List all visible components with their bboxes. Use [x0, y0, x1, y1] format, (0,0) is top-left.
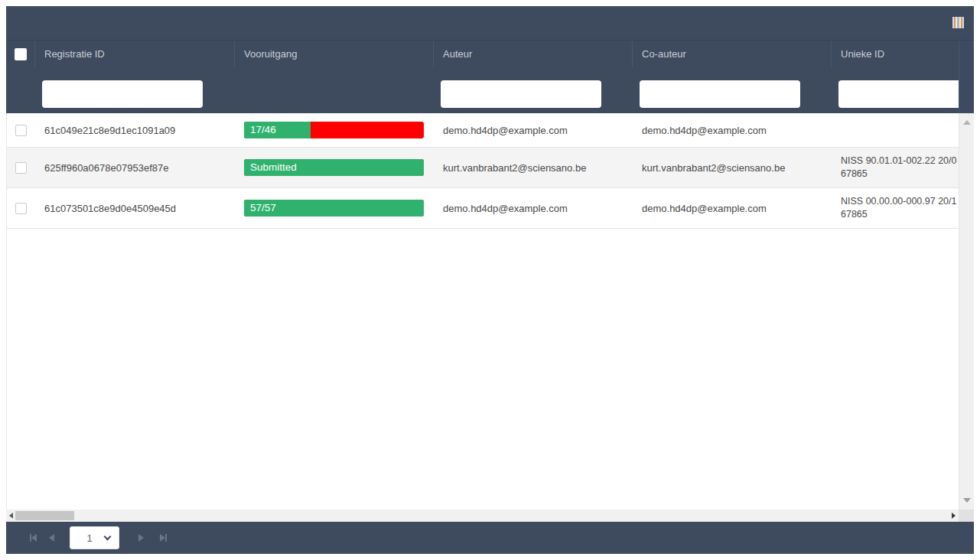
column-header-registratie-id[interactable]: Registratie ID	[34, 41, 234, 67]
table-row[interactable]: 61c049e21c8e9d1ec1091a09 17/46 demo.hd4d…	[7, 113, 959, 148]
scroll-right-icon[interactable]	[952, 513, 956, 519]
unieke-id-line1: NISS 90.01.01-002.22 20/0	[841, 155, 957, 168]
progress-bar-fill: Submitted	[244, 159, 424, 176]
filter-cell-co-auteur	[632, 67, 831, 113]
filter-cell-registratie-id	[34, 67, 234, 113]
progress-bar: Submitted	[244, 159, 424, 176]
unieke-id-filter-input[interactable]	[838, 80, 959, 108]
registrations-grid: Registratie ID Vooruitgang Auteur Co-aut…	[6, 6, 974, 554]
cell-unieke-id: NISS 90.01.01-002.22 20/0 67865	[832, 148, 959, 187]
progress-bar: 17/46	[244, 122, 424, 138]
first-page-button[interactable]	[27, 532, 39, 544]
cell-vooruitgang: 57/57	[235, 188, 434, 228]
pager: 1	[6, 522, 974, 554]
scroll-up-icon[interactable]	[963, 120, 971, 125]
select-all-cell	[6, 41, 34, 67]
cell-registratie-id: 61c049e21c8e9d1ec1091a09	[35, 113, 235, 147]
scroll-down-icon[interactable]	[963, 498, 971, 503]
scrollbar-corner	[959, 510, 974, 522]
column-header-vooruitgang[interactable]: Vooruitgang	[234, 41, 433, 67]
cell-unieke-id	[832, 113, 959, 147]
filter-cell-vooruitgang	[234, 67, 433, 113]
grid-header-row: Registratie ID Vooruitgang Auteur Co-aut…	[6, 40, 974, 67]
progress-bar-fill: 57/57	[244, 200, 424, 217]
progress-bar: 57/57	[244, 200, 424, 217]
horizontal-scrollbar	[6, 510, 974, 522]
filter-cell-empty	[6, 67, 34, 113]
next-page-button[interactable]	[135, 532, 147, 544]
header-filler	[959, 41, 974, 67]
cell-co-auteur: demo.hd4dp@example.com	[633, 113, 832, 147]
cell-vooruitgang: Submitted	[235, 148, 434, 187]
last-page-button[interactable]	[157, 532, 169, 544]
table-row[interactable]: 625ff960a0678e07953ef87e Submitted kurt.…	[7, 148, 959, 188]
cell-co-auteur: kurt.vanbrabant2@sciensano.be	[633, 148, 832, 187]
row-checkbox[interactable]	[15, 203, 27, 214]
auteur-filter-input[interactable]	[441, 80, 601, 108]
cell-registratie-id: 61c073501c8e9d0e4509e45d	[35, 188, 235, 228]
progress-bar-fill: 17/46	[244, 122, 311, 138]
grid-toolbar	[6, 6, 974, 40]
cell-auteur: kurt.vanbrabant2@sciensano.be	[434, 148, 633, 187]
co-auteur-filter-input[interactable]	[640, 80, 800, 108]
filter-cell-auteur	[433, 67, 632, 113]
cell-vooruitgang: 17/46	[235, 113, 434, 147]
previous-page-button[interactable]	[45, 532, 57, 544]
unieke-id-line1: NISS 00.00.00-000.97 20/1	[841, 195, 957, 208]
first-page-icon	[31, 534, 37, 542]
grid-filter-row	[6, 67, 974, 113]
cell-co-auteur: demo.hd4dp@example.com	[633, 188, 832, 228]
select-all-checkbox[interactable]	[15, 48, 27, 60]
filter-filler	[959, 67, 974, 113]
cell-auteur: demo.hd4dp@example.com	[434, 113, 633, 147]
cell-unieke-id: NISS 00.00.00-000.97 20/1 67865	[832, 188, 959, 228]
row-checkbox[interactable]	[15, 125, 27, 136]
column-header-co-auteur[interactable]: Co-auteur	[632, 41, 831, 67]
registratie-id-filter-input[interactable]	[42, 80, 203, 108]
row-checkbox[interactable]	[15, 162, 27, 174]
last-page-icon	[165, 534, 167, 542]
chevron-down-icon	[104, 533, 112, 541]
horizontal-scrollbar-thumb[interactable]	[15, 511, 74, 520]
unieke-id-line2: 67865	[841, 208, 868, 221]
filter-cell-unieke-id	[831, 67, 959, 113]
unieke-id-line2: 67865	[841, 168, 868, 181]
columns-icon[interactable]	[952, 17, 964, 28]
prev-page-icon	[49, 534, 54, 542]
page-select-dropdown[interactable]: 1	[70, 526, 119, 549]
current-page-number: 1	[70, 532, 105, 544]
table-row[interactable]: 61c073501c8e9d0e4509e45d 57/57 demo.hd4d…	[7, 188, 959, 229]
scroll-left-icon[interactable]	[9, 513, 13, 519]
horizontal-scrollbar-track[interactable]	[6, 510, 959, 522]
next-page-icon	[138, 534, 144, 542]
column-header-auteur[interactable]: Auteur	[433, 41, 632, 67]
cell-registratie-id: 625ff960a0678e07953ef87e	[35, 148, 235, 187]
cell-auteur: demo.hd4dp@example.com	[434, 188, 633, 228]
last-page-icon	[160, 534, 165, 542]
vertical-scrollbar[interactable]	[959, 113, 974, 510]
column-header-unieke-id[interactable]: Unieke ID	[831, 41, 959, 67]
grid-body: 61c049e21c8e9d1ec1091a09 17/46 demo.hd4d…	[6, 113, 974, 510]
